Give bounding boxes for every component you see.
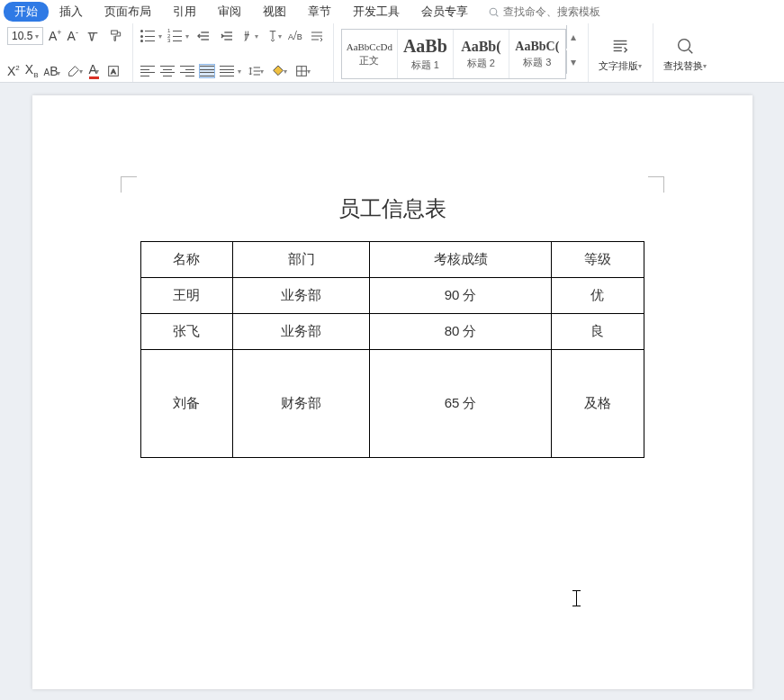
styles-group: AaBbCcDd 正文 AaBb 标题 1 AaBb( 标题 2 AaBbC( …	[334, 23, 589, 82]
font-size-selector[interactable]: 10.5 ▾	[7, 27, 43, 45]
tab-member[interactable]: 会员专享	[410, 1, 479, 22]
search-box[interactable]	[488, 5, 629, 18]
svg-line-26	[689, 49, 693, 53]
line-spacing-button[interactable]: ▾	[247, 62, 265, 80]
text-direction-button[interactable]: ▾	[265, 27, 283, 45]
font-group: 10.5 ▾ A+ A- X2 XB AB▾ ▾ A▾ A	[0, 23, 133, 82]
table-cell[interactable]: 业务部	[233, 314, 370, 350]
font-color-button[interactable]: A▾	[89, 63, 99, 79]
table-header-cell[interactable]: 等级	[551, 242, 644, 278]
table-cell[interactable]: 90 分	[370, 278, 552, 314]
chevron-down-icon: ▾	[238, 67, 241, 76]
bullet-list-button[interactable]	[140, 30, 155, 42]
margin-corner-tr	[648, 176, 664, 193]
text-caret-icon	[572, 590, 573, 608]
highlight-button[interactable]: ▾	[66, 62, 84, 80]
search-icon	[488, 6, 500, 18]
tab-review[interactable]: 审阅	[207, 1, 252, 22]
document-title[interactable]: 员工信息表	[122, 194, 662, 223]
style-gallery: AaBbCcDd 正文 AaBb 标题 1 AaBb( 标题 2 AaBbC( …	[341, 29, 566, 79]
text-layout-icon	[610, 36, 630, 56]
find-group: 查找替换▾	[653, 23, 717, 82]
table-header-cell[interactable]: 名称	[140, 242, 233, 278]
svg-rect-2	[112, 31, 118, 34]
table-cell[interactable]: 65 分	[370, 350, 552, 458]
align-center-button[interactable]	[160, 65, 175, 77]
style-gallery-scroller: ▴ ▾	[566, 25, 581, 74]
ribbon-toolbar: 10.5 ▾ A+ A- X2 XB AB▾ ▾ A▾ A ▾ 123▾ ▾ ▾…	[0, 23, 784, 83]
table-row[interactable]: 张飞 业务部 80 分 良	[140, 314, 644, 350]
chevron-down-icon: ▾	[158, 32, 162, 40]
shrink-font-button[interactable]: A-	[68, 29, 78, 43]
margin-corner-tl	[121, 176, 137, 193]
search-input[interactable]	[503, 5, 629, 18]
character-border-button[interactable]: A	[104, 62, 122, 80]
table-cell[interactable]: 王明	[140, 278, 233, 314]
align-justify-button[interactable]	[200, 65, 214, 77]
style-heading3[interactable]: AaBbC( 标题 3	[509, 30, 565, 78]
table-header-cell[interactable]: 考核成绩	[370, 242, 552, 278]
svg-text:A: A	[111, 67, 116, 76]
chevron-down-icon: ▾	[35, 32, 39, 40]
increase-indent-button[interactable]	[218, 27, 236, 45]
paragraph-group: ▾ 123▾ ▾ ▾ A/B ▾ ▾ ▾ ▾	[133, 23, 334, 82]
ribbon-tabs: 开始 插入 页面布局 引用 审阅 视图 章节 开发工具 会员专享	[0, 0, 784, 23]
chevron-down-icon: ▾	[703, 62, 707, 70]
table-header-cell[interactable]: 部门	[233, 242, 370, 278]
table-cell[interactable]: 及格	[551, 350, 644, 458]
document-canvas[interactable]: 员工信息表 名称 部门 考核成绩 等级 王明 业务部 90 分 优 张飞 业务部…	[0, 83, 784, 700]
table-cell[interactable]: 业务部	[233, 278, 370, 314]
style-heading2[interactable]: AaBb( 标题 2	[454, 30, 509, 78]
asian-layout-button[interactable]: ▾	[241, 27, 259, 45]
paragraph-dialog-button[interactable]	[308, 27, 326, 45]
align-left-button[interactable]	[140, 65, 155, 77]
svg-point-25	[679, 40, 690, 51]
decrease-indent-button[interactable]	[194, 27, 212, 45]
table-cell[interactable]: 张飞	[140, 314, 233, 350]
subscript-button[interactable]: XB	[25, 63, 39, 79]
tab-view[interactable]: 视图	[252, 1, 297, 22]
table-header-row[interactable]: 名称 部门 考核成绩 等级	[140, 242, 644, 278]
table-cell[interactable]: 80 分	[370, 314, 552, 350]
shading-button[interactable]: ▾	[270, 62, 288, 80]
tab-home[interactable]: 开始	[4, 2, 49, 22]
table-row[interactable]: 刘备 财务部 65 分 及格	[140, 350, 644, 458]
style-gallery-up-button[interactable]: ▴	[566, 25, 581, 49]
employee-table[interactable]: 名称 部门 考核成绩 等级 王明 业务部 90 分 优 张飞 业务部 80 分 …	[140, 241, 644, 458]
text-layout-button[interactable]: 文字排版▾	[596, 34, 645, 73]
align-distribute-button[interactable]	[220, 65, 234, 77]
magnifier-icon	[675, 36, 695, 56]
superscript-button[interactable]: X2	[7, 65, 20, 78]
table-row[interactable]: 王明 业务部 90 分 优	[140, 278, 644, 314]
document-page[interactable]: 员工信息表 名称 部门 考核成绩 等级 王明 业务部 90 分 优 张飞 业务部…	[32, 95, 752, 689]
clear-format-button[interactable]	[84, 27, 102, 45]
format-painter-button[interactable]	[107, 27, 125, 45]
find-replace-button[interactable]: 查找替换▾	[661, 34, 710, 73]
style-gallery-more-button[interactable]: ▾	[566, 50, 581, 74]
number-list-button[interactable]: 123	[167, 30, 182, 42]
text-layout-group: 文字排版▾	[589, 23, 653, 82]
svg-point-0	[490, 8, 497, 15]
font-size-value: 10.5	[12, 30, 32, 42]
phonetic-button[interactable]: A/B	[288, 30, 302, 42]
table-cell[interactable]: 良	[551, 314, 644, 350]
tab-chapter[interactable]: 章节	[297, 1, 342, 22]
table-cell[interactable]: 刘备	[140, 350, 233, 458]
chevron-down-icon: ▾	[638, 62, 642, 70]
tab-reference[interactable]: 引用	[162, 1, 207, 22]
change-case-button[interactable]: AB▾	[43, 65, 59, 78]
style-normal[interactable]: AaBbCcDd 正文	[342, 30, 398, 78]
style-heading1[interactable]: AaBb 标题 1	[398, 30, 454, 78]
tab-insert[interactable]: 插入	[49, 1, 94, 22]
table-cell[interactable]: 财务部	[233, 350, 370, 458]
grow-font-button[interactable]: A+	[49, 29, 62, 43]
svg-line-1	[496, 14, 498, 16]
align-right-button[interactable]	[180, 65, 194, 77]
table-cell[interactable]: 优	[551, 278, 644, 314]
chevron-down-icon: ▾	[185, 32, 189, 40]
tab-page-layout[interactable]: 页面布局	[94, 1, 162, 22]
tab-devtools[interactable]: 开发工具	[342, 1, 410, 22]
borders-button[interactable]: ▾	[293, 62, 311, 80]
